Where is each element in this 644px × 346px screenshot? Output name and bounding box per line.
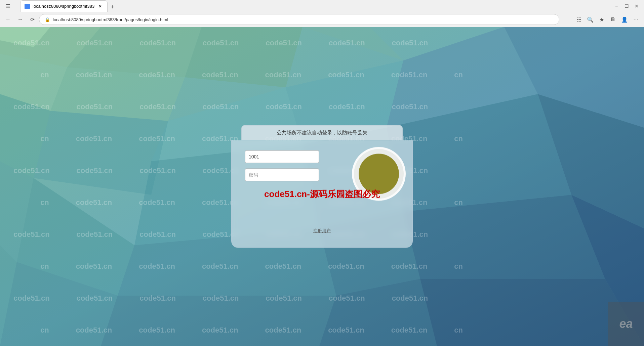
- ea-badge: ea: [608, 302, 644, 346]
- browser-chrome: ☰ localhost:8080/springbootmf383 ✕ + − ☐…: [0, 0, 644, 27]
- collections-button[interactable]: 🗎: [608, 14, 618, 25]
- page-background: code51.cncode51.cncode51.cncode51.cncode…: [0, 27, 644, 346]
- svg-marker-24: [101, 296, 336, 346]
- tab-favicon: [25, 4, 30, 9]
- favorites-button[interactable]: ★: [596, 14, 607, 25]
- window-controls: ☰: [3, 1, 13, 11]
- read-mode-button[interactable]: ︀: [562, 14, 573, 25]
- login-card-wrapper: 公共场所不建议自动登录，以防账号丢失 code51.cn-源码乐园盗图必究 注册…: [231, 125, 413, 248]
- title-bar: ☰ localhost:8080/springbootmf383 ✕ + − ☐…: [0, 0, 644, 12]
- minimize-button[interactable]: −: [612, 1, 621, 11]
- svg-marker-5: [185, 27, 303, 87]
- profile-button[interactable]: 👤: [619, 14, 630, 25]
- sidebar-toggle-button[interactable]: ☰: [3, 1, 13, 11]
- login-card: code51.cn-源码乐园盗图必究 注册用户: [231, 140, 413, 248]
- tab-close-button[interactable]: ✕: [97, 3, 103, 9]
- immersive-reader-button[interactable]: ☷: [573, 14, 584, 25]
- form-section: [245, 150, 399, 181]
- address-bar-row: ← → ⟳ 🔒 localhost:8080/springbootmf383/f…: [0, 12, 644, 27]
- warning-text: 公共场所不建议自动登录，以防账号丢失: [277, 130, 367, 135]
- url-text: localhost:8080/springbootmf383/front/pag…: [53, 17, 554, 22]
- new-tab-button[interactable]: +: [108, 2, 117, 12]
- warning-banner: 公共场所不建议自动登录，以防账号丢失: [241, 125, 403, 140]
- maximize-button[interactable]: ☐: [622, 1, 631, 11]
- tab-bar: localhost:8080/springbootmf383 ✕ +: [17, 0, 120, 12]
- ea-text: ea: [619, 317, 633, 331]
- address-bar[interactable]: 🔒 localhost:8080/springbootmf383/front/p…: [39, 14, 559, 25]
- refresh-button[interactable]: ⟳: [27, 14, 38, 25]
- more-button[interactable]: ⋯: [631, 14, 641, 25]
- active-tab[interactable]: localhost:8080/springbootmf383 ✕: [20, 0, 108, 12]
- username-input[interactable]: [245, 150, 319, 163]
- toolbar-icons: ︀ ☷ 🔍 ★ 🗎 👤 ⋯: [562, 14, 641, 25]
- password-input[interactable]: [245, 169, 319, 181]
- back-button[interactable]: ←: [3, 14, 13, 25]
- zoom-button[interactable]: 🔍: [585, 14, 596, 25]
- close-button[interactable]: ✕: [632, 1, 641, 11]
- register-link[interactable]: 注册用户: [313, 228, 331, 234]
- tab-title: localhost:8080/springbootmf383: [33, 4, 94, 9]
- forward-button[interactable]: →: [15, 14, 26, 25]
